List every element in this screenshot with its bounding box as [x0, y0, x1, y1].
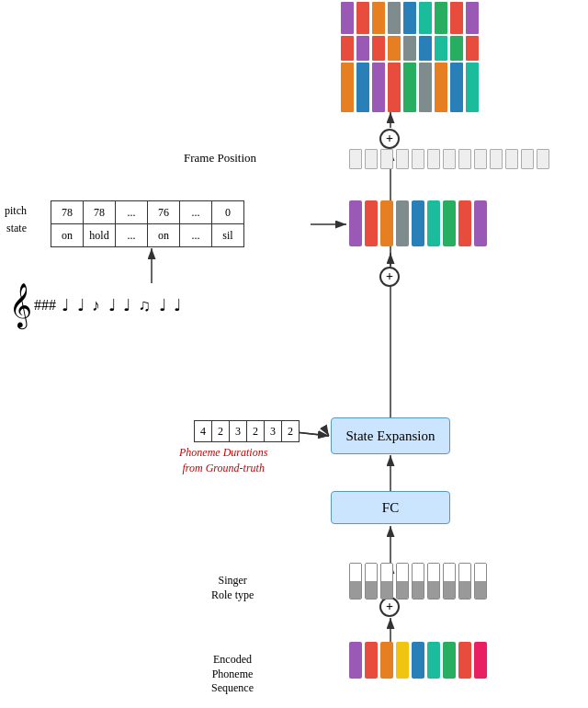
embed1-block-1 [365, 200, 378, 246]
out-col-2 [372, 2, 385, 112]
dur-cell-2: 3 [229, 420, 247, 442]
out-col-1 [356, 2, 369, 112]
embed1-block-2 [380, 200, 393, 246]
singer-block-7 [458, 563, 471, 600]
sheet-music: 𝄞 ### ♩ ♩ ♪ ♩ ♩ ♫ ♩ ♩ [9, 278, 294, 333]
fp-block-2 [380, 149, 393, 169]
out-col-5 [419, 2, 432, 112]
fp-block-9 [490, 149, 503, 169]
dur-cell-1: 2 [211, 420, 230, 442]
state-cell-1: hold [83, 223, 116, 247]
ep-block-5 [427, 642, 440, 679]
fp-block-11 [521, 149, 534, 169]
state-cell-0: on [51, 223, 84, 247]
fp-block-3 [396, 149, 409, 169]
frame-position-label: Frame Position [184, 151, 256, 166]
out-col-6 [435, 2, 447, 112]
encoded-phoneme-blocks [349, 642, 487, 679]
singer-block-8 [474, 563, 487, 600]
pitch-cell-3: 76 [147, 200, 180, 224]
pitch-cell-2: ... [115, 200, 148, 224]
singer-block-4 [412, 563, 424, 600]
singer-role-blocks [349, 563, 487, 600]
phoneme-dur-label: Phoneme Durations from Ground-truth [179, 445, 267, 476]
dur-cell-3: 2 [246, 420, 265, 442]
fp-block-12 [537, 149, 549, 169]
ep-block-8 [474, 642, 487, 679]
out-col-8 [466, 2, 479, 112]
pitch-cell-0: 78 [51, 200, 84, 224]
embed1-block-0 [349, 200, 362, 246]
music-notes: ♩ ♩ ♪ ♩ ♩ ♫ ♩ ♩ [62, 295, 183, 315]
dur-cell-4: 3 [264, 420, 282, 442]
pitch-state-table: 7878...76...0onhold...on...sil [51, 200, 244, 248]
phoneme-dur-boxes: 423232 [194, 420, 300, 442]
singer-block-6 [443, 563, 456, 600]
out-col-7 [450, 2, 463, 112]
output-blocks [341, 2, 479, 112]
fp-block-5 [427, 149, 440, 169]
treble-clef-icon: 𝄞 [9, 286, 32, 325]
singer-block-0 [349, 563, 362, 600]
dur-cell-0: 4 [194, 420, 212, 442]
svg-line-2 [326, 431, 329, 436]
ep-block-7 [458, 642, 471, 679]
singer-role-label: Singer Role type [211, 574, 254, 602]
fp-block-4 [412, 149, 424, 169]
singer-block-2 [380, 563, 393, 600]
pitch-cell-4: ... [179, 200, 212, 224]
out-col-0 [341, 2, 354, 112]
state-expansion-box: State Expansion [331, 417, 450, 454]
embed1-block-8 [474, 200, 487, 246]
ep-block-2 [380, 642, 393, 679]
state-cell-2: ... [115, 223, 148, 247]
embed-blocks-1 [349, 200, 487, 246]
ep-block-6 [443, 642, 456, 679]
pitch-state-side-label: pitch state [5, 202, 27, 237]
ep-block-3 [396, 642, 409, 679]
embed1-block-7 [458, 200, 471, 246]
out-col-4 [403, 2, 416, 112]
state-cell-4: ... [179, 223, 212, 247]
oplus-2: + [379, 129, 400, 149]
encoded-phoneme-label: Encoded Phoneme Sequence [211, 653, 254, 696]
pitch-cell-5: 0 [211, 200, 244, 224]
ep-block-0 [349, 642, 362, 679]
fp-block-6 [443, 149, 456, 169]
diagram: + Frame Position + pitch state 7878...76… [0, 0, 588, 708]
fp-block-10 [505, 149, 518, 169]
fp-block-1 [365, 149, 378, 169]
arrows-svg [0, 0, 588, 708]
key-signature: ### [34, 297, 56, 314]
fc-box: FC [331, 491, 450, 524]
state-cell-5: sil [211, 223, 244, 247]
out-col-3 [388, 2, 401, 112]
embed1-block-6 [443, 200, 456, 246]
embed1-block-5 [427, 200, 440, 246]
state-cell-3: on [147, 223, 180, 247]
oplus-1: + [379, 267, 400, 287]
ep-block-1 [365, 642, 378, 679]
singer-block-3 [396, 563, 409, 600]
pitch-cell-1: 78 [83, 200, 116, 224]
singer-block-5 [427, 563, 440, 600]
embed1-block-4 [412, 200, 424, 246]
fp-block-7 [458, 149, 471, 169]
oplus-singer: + [379, 597, 400, 617]
fp-block-8 [474, 149, 487, 169]
dur-cell-5: 2 [281, 420, 300, 442]
singer-block-1 [365, 563, 378, 600]
fp-block-0 [349, 149, 362, 169]
frame-position-blocks [349, 149, 549, 169]
ep-block-4 [412, 642, 424, 679]
embed1-block-3 [396, 200, 409, 246]
